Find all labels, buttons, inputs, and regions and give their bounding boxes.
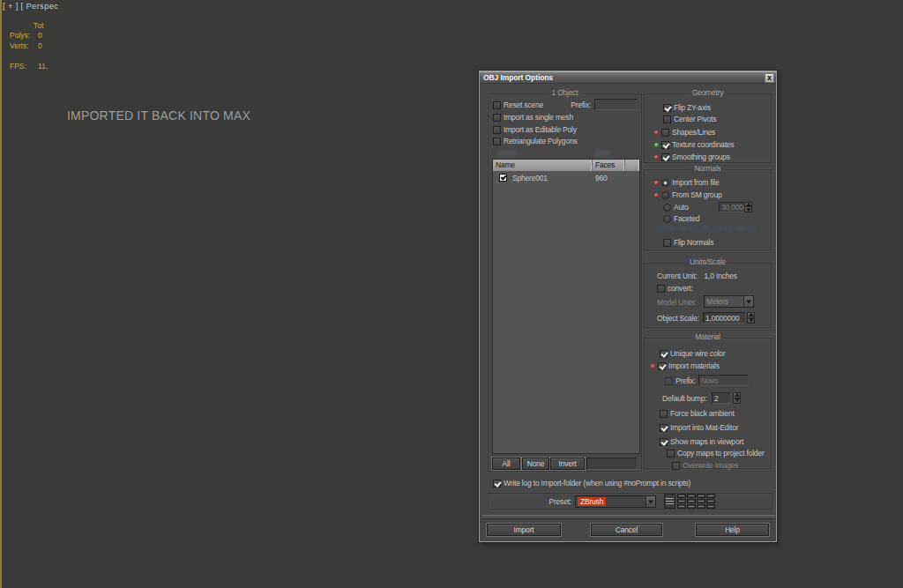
all-button[interactable]: All bbox=[492, 458, 520, 470]
objects-group: 1 Object Reset scene Prefix: Import as s… bbox=[488, 93, 642, 472]
auto-angle-input[interactable]: 30,000 bbox=[719, 202, 744, 212]
current-unit-row: Current Unit: 1,0 Inches bbox=[657, 272, 737, 280]
preset-buttons-cluster bbox=[664, 494, 715, 509]
flip-normals-row: Flip Normals bbox=[663, 238, 713, 247]
preset-dropdown-arrow-icon[interactable] bbox=[646, 496, 655, 507]
editable-poly-checkbox[interactable] bbox=[493, 126, 501, 134]
unique-wire-label: Unique wire color bbox=[670, 349, 725, 358]
reset-scene-checkbox[interactable] bbox=[493, 101, 501, 109]
default-bump-spin-down-icon[interactable] bbox=[733, 398, 741, 405]
column-header-faces[interactable]: Faces bbox=[593, 160, 625, 171]
auto-angle-spin-down-icon[interactable] bbox=[744, 207, 752, 212]
auto-label: Auto bbox=[674, 203, 689, 212]
invert-filter-input[interactable] bbox=[586, 458, 638, 470]
object-list-row[interactable]: Sphere001 960 bbox=[493, 172, 639, 183]
import-from-file-row: Import from file bbox=[654, 178, 719, 187]
object-scale-input[interactable]: 1,0000000 bbox=[703, 312, 746, 324]
preset-dropdown[interactable]: ZBrush bbox=[575, 495, 656, 508]
material-prefix-value: Novo bbox=[701, 376, 718, 385]
smoothing-groups-checkbox[interactable] bbox=[661, 153, 669, 161]
texture-coordinates-checkbox[interactable] bbox=[661, 141, 669, 149]
import-from-file-radio[interactable] bbox=[661, 179, 669, 187]
model-units-label: Model Units: bbox=[657, 298, 697, 307]
preset-list-icon[interactable] bbox=[664, 494, 675, 509]
convert-label: convert: bbox=[668, 284, 693, 293]
preset-label-row: Preset: bbox=[524, 497, 571, 506]
geometry-group-title: Geometry bbox=[689, 88, 728, 97]
auto-angle-value: 30,000 bbox=[721, 203, 743, 212]
model-units-dropdown-arrow-icon[interactable] bbox=[743, 296, 753, 307]
list-header-ghost-artifact bbox=[594, 150, 609, 157]
import-mat-editor-row: Import into Mat-Editor bbox=[660, 423, 738, 432]
from-sm-group-radio[interactable] bbox=[661, 191, 669, 199]
auto-angle-spinner[interactable] bbox=[744, 202, 752, 212]
force-black-label: Force black ambient bbox=[670, 409, 735, 418]
center-pivots-checkbox[interactable] bbox=[663, 115, 671, 123]
normals-group: Normals Import from file From SM group A… bbox=[644, 169, 772, 250]
preset-group: Preset: ZBrush bbox=[488, 493, 772, 510]
object-row-name: Sphere001 bbox=[512, 174, 595, 182]
current-unit-label: Current Unit: bbox=[657, 272, 698, 280]
show-maps-checkbox[interactable] bbox=[660, 438, 668, 446]
reset-scene-label: Reset scene bbox=[504, 100, 543, 109]
default-bump-spinner[interactable] bbox=[733, 392, 741, 404]
shapes-lines-checkbox[interactable] bbox=[661, 129, 669, 137]
dialog-titlebar[interactable]: OBJ Import Options x bbox=[480, 71, 776, 84]
import-materials-checkbox[interactable] bbox=[658, 362, 666, 370]
stats-verts-label: Verts: bbox=[10, 41, 29, 50]
preset-slot-buttons[interactable] bbox=[677, 494, 715, 509]
write-log-label: Write log to Import-folder (when using #… bbox=[504, 479, 690, 488]
force-black-row: Force black ambient bbox=[660, 409, 735, 418]
shapes-lines-led-icon bbox=[654, 130, 659, 135]
object-scale-spin-down-icon[interactable] bbox=[747, 318, 755, 324]
cancel-button[interactable]: Cancel bbox=[591, 524, 662, 536]
convert-checkbox[interactable] bbox=[657, 285, 665, 293]
viewport-label[interactable]: [ + ] [ Perspec bbox=[3, 1, 58, 11]
current-unit-value: 1,0 Inches bbox=[705, 272, 737, 280]
model-units-value: Meters bbox=[705, 297, 743, 306]
unique-wire-row: Unique wire color bbox=[660, 349, 725, 358]
flip-normals-label: Flip Normals bbox=[674, 238, 713, 247]
import-button[interactable]: Import bbox=[487, 524, 561, 536]
material-prefix-checkbox[interactable] bbox=[665, 377, 673, 385]
model-units-dropdown[interactable]: Meters bbox=[704, 295, 754, 308]
stats-verts-value: 0 bbox=[38, 41, 42, 50]
shapes-lines-row: Shapes/Lines bbox=[654, 128, 715, 137]
faceted-radio[interactable] bbox=[663, 215, 671, 223]
copy-maps-checkbox[interactable] bbox=[667, 450, 675, 458]
stats-fps-label: FPS: bbox=[10, 62, 26, 71]
flip-zy-checkbox[interactable] bbox=[663, 104, 671, 112]
objects-prefix-input[interactable] bbox=[594, 99, 638, 110]
material-prefix-input[interactable]: Novo bbox=[698, 375, 749, 386]
object-scale-spinner[interactable] bbox=[747, 312, 755, 324]
auto-radio[interactable] bbox=[663, 204, 671, 212]
flip-normals-checkbox[interactable] bbox=[663, 239, 671, 247]
overwrite-images-checkbox[interactable] bbox=[672, 462, 680, 470]
shapes-lines-label: Shapes/Lines bbox=[672, 128, 715, 137]
object-list[interactable]: Name Faces Sphere001 960 bbox=[492, 159, 640, 454]
write-log-checkbox[interactable] bbox=[493, 480, 501, 488]
object-row-checkbox[interactable] bbox=[499, 174, 507, 182]
default-bump-input[interactable]: 2 bbox=[712, 392, 731, 404]
prefix-label-row: Prefix: bbox=[541, 100, 591, 109]
stats-fps-value: 11, bbox=[38, 62, 48, 71]
invert-button[interactable]: Invert bbox=[550, 458, 585, 470]
force-black-checkbox[interactable] bbox=[660, 410, 668, 418]
import-mat-editor-checkbox[interactable] bbox=[660, 424, 668, 432]
annotation-text: IMPORTED IT BACK INTO MAX bbox=[67, 108, 250, 123]
smoothing-groups-label: Smoothing groups bbox=[672, 153, 730, 161]
none-button[interactable]: None bbox=[522, 458, 549, 470]
from-sm-group-label: From SM group bbox=[672, 190, 721, 199]
close-button[interactable]: x bbox=[765, 73, 774, 83]
retriangulate-row: Retriangulate Polygons bbox=[493, 137, 578, 145]
show-maps-row: Show maps in viewport bbox=[660, 437, 743, 446]
unique-wire-checkbox[interactable] bbox=[660, 350, 668, 358]
single-mesh-row: Import as single mesh bbox=[493, 113, 573, 122]
object-scale-value: 1,0000000 bbox=[705, 314, 739, 323]
column-header-name[interactable]: Name bbox=[493, 160, 593, 171]
retriangulate-checkbox[interactable] bbox=[493, 138, 501, 145]
flip-zy-label: Flip ZY-axis bbox=[674, 103, 711, 112]
column-header-extra[interactable] bbox=[625, 160, 639, 171]
single-mesh-checkbox[interactable] bbox=[493, 114, 501, 122]
help-button[interactable]: Help bbox=[696, 524, 769, 536]
